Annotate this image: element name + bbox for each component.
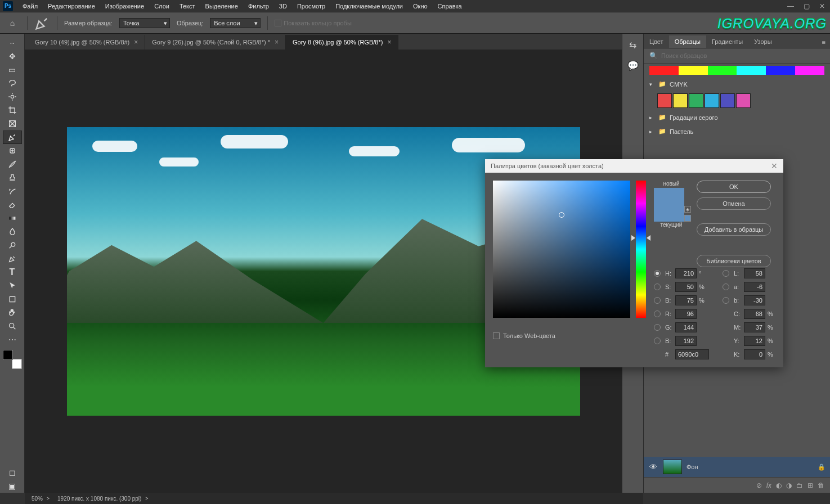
menu-Изображение[interactable]: Изображение [100,1,149,11]
swatch[interactable] [766,66,795,75]
history-brush-tool[interactable] [3,184,22,198]
radio-g[interactable] [654,324,661,331]
tab-gradients[interactable]: Градиенты [706,35,748,48]
radio-bl[interactable] [654,338,661,344]
new-layer-icon[interactable]: ⊞ [807,482,813,489]
close-tab-icon[interactable]: × [134,38,138,46]
lasso-tool[interactable] [3,76,22,90]
radio-b[interactable] [654,297,661,304]
swatch[interactable] [689,93,703,108]
document-dimensions[interactable]: 1920 пикс. x 1080 пикс. (300 ppi) [55,494,149,503]
field-b[interactable]: 75 [675,295,697,305]
web-only-checkbox[interactable]: Только Web-цвета [493,332,555,339]
swatch-search[interactable]: 🔍 [644,48,830,64]
swatch[interactable] [679,66,708,75]
radio-l[interactable] [723,270,729,277]
color-libs-button[interactable]: Библиотеки цветов [697,255,771,267]
document-tab[interactable]: Gory 10 (49).jpg @ 50% (RGB/8#)× [28,35,145,50]
swatch[interactable] [657,93,672,108]
layer-thumbnail[interactable] [663,460,682,474]
folder-pastel[interactable]: ▸📁Пастель [644,124,830,138]
type-tool[interactable]: T [3,266,22,279]
menu-Файл[interactable]: Файл [17,1,43,11]
swatch[interactable] [649,66,679,75]
current-tool-icon[interactable] [34,16,50,30]
tab-swatches[interactable]: Образцы [669,35,706,48]
lock-icon[interactable]: 🔒 [818,464,825,471]
stamp-tool[interactable] [3,171,22,184]
ok-button[interactable]: OK [697,181,771,193]
sample-select[interactable]: Все слои [210,18,261,28]
field-a[interactable]: -6 [744,282,765,292]
websafe-icon[interactable] [684,215,691,222]
field-b2[interactable]: -30 [744,295,765,305]
cube-icon[interactable]: ◈ [684,206,691,213]
saturation-value-field[interactable] [493,181,630,318]
maximize-button[interactable]: ▢ [798,0,814,12]
close-tab-icon[interactable]: × [387,38,391,46]
menu-Подключаемые модули[interactable]: Подключаемые модули [330,1,408,11]
swatch[interactable] [795,66,824,75]
hue-slider[interactable] [636,181,646,318]
field-y[interactable]: 12 [744,336,765,346]
blur-tool[interactable] [3,225,22,238]
radio-b2[interactable] [723,297,729,304]
radio-a[interactable] [723,284,729,290]
swatch[interactable] [737,66,766,75]
mask-icon[interactable]: ◐ [776,482,782,489]
zoom-tool[interactable] [3,320,22,333]
field-h[interactable]: 210 [675,268,697,278]
tab-color[interactable]: Цвет [644,35,669,48]
panel-toggle-icon[interactable]: ⇆ [629,39,636,50]
home-button[interactable]: ⌂ [5,16,20,30]
crop-tool[interactable] [3,104,22,117]
frame-tool[interactable] [3,117,22,130]
field-l[interactable]: 58 [744,268,765,278]
field-c[interactable]: 68 [744,309,765,319]
quick-select-tool[interactable] [3,90,22,104]
show-ring-checkbox[interactable]: Показать кольцо пробы [275,20,352,26]
field-m[interactable]: 37 [744,322,765,332]
group-icon[interactable]: 🗀 [796,482,803,489]
fx-icon[interactable]: fx [766,482,771,489]
swatch[interactable] [736,93,751,108]
menu-Просмотр[interactable]: Просмотр [292,1,330,11]
visibility-icon[interactable]: 👁 [648,462,658,471]
menu-Редактирование[interactable]: Редактирование [43,1,100,11]
swatch[interactable] [708,66,737,75]
close-button[interactable]: ✕ [814,0,830,12]
zoom-level[interactable]: 50% [29,494,51,503]
eyedropper-tool[interactable] [3,130,22,144]
document-tab[interactable]: Gory 8 (96).jpg @ 50% (RGB/8*)× [286,35,398,50]
field-hex[interactable]: 6090c0 [675,349,709,359]
trash-icon[interactable]: 🗑 [818,482,824,489]
hand-tool[interactable] [3,306,22,320]
add-swatch-button[interactable]: Добавить в образцы [697,223,771,236]
radio-r[interactable] [654,310,661,317]
folder-cmyk[interactable]: ▾📁CMYK [644,77,830,91]
move-tool[interactable]: ✥ [3,50,22,63]
close-tab-icon[interactable]: × [275,38,279,46]
pen-tool[interactable] [3,252,22,266]
field-bl[interactable]: 192 [675,336,697,346]
menu-Слои[interactable]: Слои [149,1,174,11]
swatch[interactable] [705,93,719,108]
menu-Справка[interactable]: Справка [433,1,467,11]
field-g[interactable]: 144 [675,322,697,332]
marquee-tool[interactable]: ▭ [3,63,22,76]
color-swatches[interactable] [3,350,22,369]
dialog-titlebar[interactable]: Палитра цветов (заказной цвет холста) ✕ [485,159,783,173]
shape-tool[interactable] [3,292,22,306]
link-icon[interactable]: ⊘ [756,482,762,489]
brush-tool[interactable] [3,158,22,171]
radio-s[interactable] [654,284,661,290]
menu-Текст[interactable]: Текст [174,1,200,11]
swatch[interactable] [673,93,688,108]
comments-icon[interactable]: 💬 [627,60,639,71]
close-icon[interactable]: ✕ [771,161,778,170]
document-tab[interactable]: Gory 9 (26).jpg @ 50% (Слой 0, RGB/8*) *… [145,35,286,50]
swatch[interactable] [720,93,735,108]
ellipsis-icon[interactable]: ⋯ [3,333,22,346]
folder-grayscale[interactable]: ▸📁Градации серого [644,110,830,124]
healing-tool[interactable] [3,144,22,158]
